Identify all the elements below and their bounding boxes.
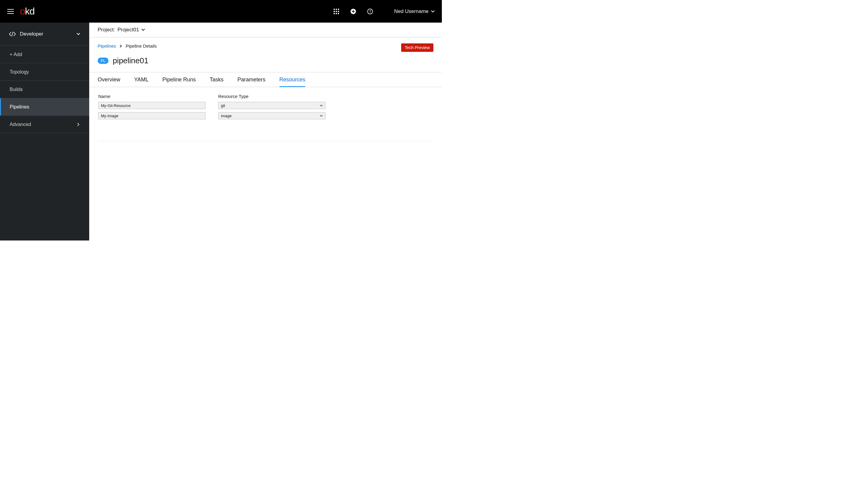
tab-resources[interactable]: Resources xyxy=(279,72,305,87)
sidebar-item-advanced[interactable]: Advanced xyxy=(0,116,89,133)
svg-rect-3 xyxy=(334,11,335,12)
resource-type-badge: PL xyxy=(98,58,108,64)
svg-rect-11 xyxy=(352,11,355,12)
perspective-switcher[interactable]: Developer xyxy=(0,23,89,46)
select-value: git xyxy=(221,103,225,108)
chevron-down-icon xyxy=(320,115,323,117)
code-icon xyxy=(9,32,16,36)
sidebar-item-label: Pipelines xyxy=(10,104,29,110)
chevron-right-icon xyxy=(77,123,80,126)
perspective-label: Developer xyxy=(20,31,76,37)
breadcrumb-current: Pipeline Details xyxy=(126,43,157,49)
username-label: Ned Username xyxy=(394,8,429,14)
breadcrumb: Pipelines Pipeline Details xyxy=(98,43,157,49)
tab-yaml[interactable]: YAML xyxy=(134,72,149,87)
svg-rect-1 xyxy=(336,9,337,10)
project-label: Project: xyxy=(98,27,115,33)
resource-type-select[interactable]: image xyxy=(218,112,326,119)
tab-pipeline-runs[interactable]: Pipeline Runs xyxy=(162,72,196,87)
resource-type-select[interactable]: git xyxy=(218,102,326,109)
sidebar-item-add[interactable]: + Add xyxy=(0,46,89,63)
tab-tasks[interactable]: Tasks xyxy=(210,72,224,87)
user-menu[interactable]: Ned Username xyxy=(394,8,435,14)
project-dropdown-trigger[interactable] xyxy=(141,29,145,31)
apps-grid-icon[interactable] xyxy=(333,8,339,14)
product-logo: okd xyxy=(20,6,35,17)
section-divider xyxy=(98,141,433,141)
sidebar-item-pipelines[interactable]: Pipelines xyxy=(0,98,89,116)
help-icon[interactable]: ? xyxy=(367,8,373,14)
column-header-name: Name xyxy=(98,94,206,99)
svg-text:?: ? xyxy=(369,9,371,13)
svg-rect-8 xyxy=(338,13,339,14)
logo-letter-o: o xyxy=(20,6,25,17)
tech-preview-badge: Tech Preview xyxy=(401,43,433,52)
chevron-down-icon xyxy=(431,10,435,13)
resource-name-input[interactable] xyxy=(98,112,206,119)
svg-rect-0 xyxy=(334,9,335,10)
page-title: pipeline01 xyxy=(113,56,149,65)
svg-rect-6 xyxy=(334,13,335,14)
breadcrumb-link-pipelines[interactable]: Pipelines xyxy=(98,43,116,49)
main-content: Project: Project01 Pipelines Pipeline De… xyxy=(89,23,442,241)
topbar-actions: ? xyxy=(333,8,373,14)
select-value: image xyxy=(221,114,231,118)
chevron-down-icon xyxy=(141,29,145,31)
svg-rect-2 xyxy=(338,9,339,10)
project-name: Project01 xyxy=(118,27,139,33)
project-selector-bar: Project: Project01 xyxy=(89,23,442,37)
menu-toggle-icon[interactable] xyxy=(7,9,14,14)
sidebar-item-label: + Add xyxy=(10,52,22,57)
resource-name-input[interactable] xyxy=(98,102,206,109)
logo-letters-kd: kd xyxy=(25,6,35,17)
tab-parameters[interactable]: Parameters xyxy=(238,72,266,87)
svg-rect-7 xyxy=(336,13,337,14)
chevron-down-icon xyxy=(320,104,323,106)
chevron-right-icon xyxy=(120,44,122,47)
sidebar-item-topology[interactable]: Topology xyxy=(0,63,89,81)
sidebar-item-label: Advanced xyxy=(10,122,31,127)
top-bar: okd ? Ned Username xyxy=(0,0,442,23)
detail-tabs: Overview YAML Pipeline Runs Tasks Parame… xyxy=(89,72,442,87)
column-header-type: Resource Type xyxy=(218,94,326,99)
sidebar-item-builds[interactable]: Builds xyxy=(0,81,89,98)
chevron-down-icon xyxy=(76,33,80,35)
sidebar: Developer + Add Topology Builds Pipeline… xyxy=(0,23,89,241)
tab-overview[interactable]: Overview xyxy=(98,72,120,87)
sidebar-item-label: Builds xyxy=(10,87,23,92)
add-icon[interactable] xyxy=(350,8,356,14)
svg-rect-5 xyxy=(338,11,339,12)
sidebar-item-label: Topology xyxy=(10,69,29,75)
svg-rect-4 xyxy=(336,11,337,12)
